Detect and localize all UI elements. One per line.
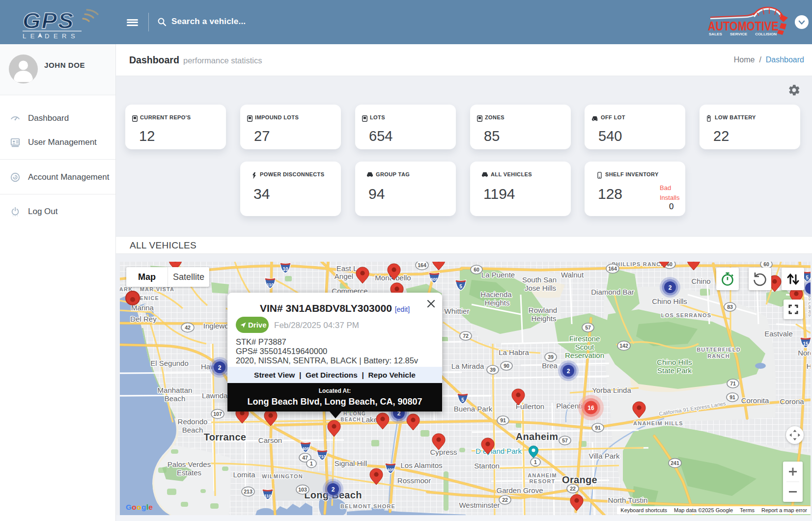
svg-text:Cypress: Cypress bbox=[430, 448, 457, 456]
svg-text:Brea: Brea bbox=[542, 361, 558, 370]
svg-text:RESORT: RESORT bbox=[529, 478, 555, 484]
svg-text:SALES SERVICE COLLISION: SALES SERVICE COLLISION bbox=[709, 32, 777, 36]
svg-text:ANAHEIM HILLS: ANAHEIM HILLS bbox=[633, 420, 683, 426]
svg-text:110: 110 bbox=[264, 494, 272, 498]
svg-text:Torrance: Torrance bbox=[204, 432, 247, 442]
svg-text:103: 103 bbox=[298, 487, 307, 493]
svg-text:Orange: Orange bbox=[562, 474, 597, 485]
svg-text:Norc: Norc bbox=[798, 349, 811, 357]
svg-text:Westminster: Westminster bbox=[459, 501, 500, 509]
svg-text:East L: East L bbox=[336, 264, 358, 273]
svg-text:164: 164 bbox=[418, 262, 426, 268]
svg-text:Eastvale: Eastvale bbox=[764, 329, 793, 338]
svg-text:Del Rey: Del Rey bbox=[130, 315, 157, 323]
svg-text:North Tustin: North Tustin bbox=[608, 496, 648, 504]
svg-text:Garden Grove: Garden Grove bbox=[496, 486, 543, 494]
svg-text:15: 15 bbox=[803, 341, 809, 347]
svg-text:Carson: Carson bbox=[258, 436, 282, 444]
svg-text:La Habra: La Habra bbox=[499, 348, 529, 356]
svg-text:H: H bbox=[807, 362, 811, 370]
svg-text:241: 241 bbox=[671, 460, 679, 466]
svg-text:22: 22 bbox=[502, 497, 508, 503]
svg-text:RANCH: RANCH bbox=[707, 353, 730, 359]
svg-text:Redondo: Redondo bbox=[178, 417, 208, 426]
svg-text:Los Alamitos: Los Alamitos bbox=[400, 461, 442, 469]
svg-text:Stanton: Stanton bbox=[474, 462, 500, 470]
svg-text:405: 405 bbox=[387, 467, 394, 472]
svg-text:Chino Hills: Chino Hills bbox=[657, 358, 692, 366]
svg-text:91: 91 bbox=[500, 417, 506, 423]
svg-text:Angel: Angel bbox=[335, 272, 353, 280]
svg-text:Jose Hills: Jose Hills bbox=[525, 284, 556, 292]
svg-text:Heights: Heights bbox=[485, 299, 510, 307]
svg-text:Rossmoor: Rossmoor bbox=[397, 476, 431, 485]
svg-text:Beach: Beach bbox=[165, 394, 186, 403]
svg-text:Heights: Heights bbox=[532, 314, 557, 323]
svg-text:Scout: Scout bbox=[575, 343, 594, 351]
svg-text:PHILLIPS RANCH: PHILLIPS RANCH bbox=[612, 262, 665, 267]
svg-text:Estates: Estates bbox=[177, 468, 201, 477]
svg-text:D eyland Park: D eyland Park bbox=[476, 447, 522, 455]
svg-text:Diamond Bar: Diamond Bar bbox=[591, 288, 634, 296]
svg-text:WILMINGTON: WILMINGTON bbox=[262, 473, 303, 479]
svg-text:213: 213 bbox=[244, 489, 252, 494]
svg-text:5: 5 bbox=[459, 284, 462, 289]
svg-text:39: 39 bbox=[490, 367, 496, 373]
svg-text:5: 5 bbox=[806, 275, 809, 280]
svg-text:71: 71 bbox=[730, 381, 736, 386]
svg-text:91: 91 bbox=[729, 394, 735, 400]
svg-text:57: 57 bbox=[562, 438, 568, 443]
svg-text:LE DERS: LE DERS bbox=[23, 32, 79, 40]
svg-text:BELMONT SHORE: BELMONT SHORE bbox=[340, 503, 395, 509]
svg-text:El Segundo: El Segundo bbox=[150, 359, 189, 367]
svg-text:72: 72 bbox=[463, 333, 469, 339]
svg-text:39: 39 bbox=[548, 354, 554, 360]
svg-text:Palos Verdes: Palos Verdes bbox=[168, 460, 211, 468]
svg-text:60: 60 bbox=[763, 262, 769, 267]
svg-text:164: 164 bbox=[608, 266, 617, 272]
svg-text:91: 91 bbox=[595, 425, 601, 431]
svg-text:Chino: Chino bbox=[691, 277, 710, 285]
svg-text:Manhattan: Manhattan bbox=[158, 386, 193, 394]
svg-text:Beach: Beach bbox=[182, 426, 203, 434]
svg-text:42: 42 bbox=[185, 325, 191, 330]
svg-text:Firestone: Firestone bbox=[569, 334, 600, 343]
svg-text:57: 57 bbox=[585, 325, 591, 330]
svg-text:405: 405 bbox=[302, 446, 309, 451]
svg-text:LOS SERRANOS: LOS SERRANOS bbox=[661, 312, 711, 318]
svg-text:142: 142 bbox=[619, 343, 628, 349]
svg-text:Whittier: Whittier bbox=[445, 307, 470, 315]
svg-text:5: 5 bbox=[461, 397, 464, 403]
svg-text:La Mirada: La Mirada bbox=[451, 362, 484, 370]
svg-text:107: 107 bbox=[213, 411, 222, 417]
svg-text:110: 110 bbox=[267, 282, 274, 287]
svg-text:Coronita: Coronita bbox=[741, 396, 769, 405]
svg-text:Reservation: Reservation bbox=[565, 351, 604, 359]
svg-text:La Puente: La Puente bbox=[481, 271, 515, 279]
svg-text:South San: South San bbox=[522, 275, 557, 284]
svg-text:State Park: State Park bbox=[657, 366, 692, 375]
svg-text:H LONG: H LONG bbox=[343, 411, 366, 416]
svg-text:Rowland: Rowland bbox=[529, 306, 557, 314]
svg-text:BUTTERFIELD: BUTTERFIELD bbox=[697, 347, 741, 353]
svg-text:22: 22 bbox=[570, 486, 576, 492]
svg-text:90: 90 bbox=[504, 363, 509, 369]
svg-text:GPS: GPS bbox=[23, 7, 74, 33]
svg-text:10: 10 bbox=[282, 267, 288, 272]
svg-text:Anaheim: Anaheim bbox=[516, 431, 559, 442]
svg-text:Buena Park: Buena Park bbox=[454, 405, 493, 413]
svg-text:Corona: Corona bbox=[780, 397, 804, 406]
svg-text:Lomita: Lomita bbox=[233, 470, 255, 479]
svg-text:Hacienda: Hacienda bbox=[480, 290, 512, 299]
svg-text:60: 60 bbox=[474, 267, 479, 273]
svg-text:Signal Hill: Signal Hill bbox=[335, 459, 367, 467]
svg-text:605: 605 bbox=[430, 277, 438, 282]
svg-text:16: 16 bbox=[588, 405, 594, 411]
svg-text:Yorba Linda: Yorba Linda bbox=[592, 386, 631, 394]
svg-text:BEACH: BEACH bbox=[340, 417, 361, 422]
svg-text:MAR VISTA: MAR VISTA bbox=[140, 286, 174, 292]
svg-text:47: 47 bbox=[302, 455, 308, 461]
svg-text:Villa Park: Villa Park bbox=[588, 452, 620, 460]
svg-text:AUTOMOTIVE: AUTOMOTIVE bbox=[708, 19, 779, 33]
svg-text:710: 710 bbox=[318, 454, 326, 459]
